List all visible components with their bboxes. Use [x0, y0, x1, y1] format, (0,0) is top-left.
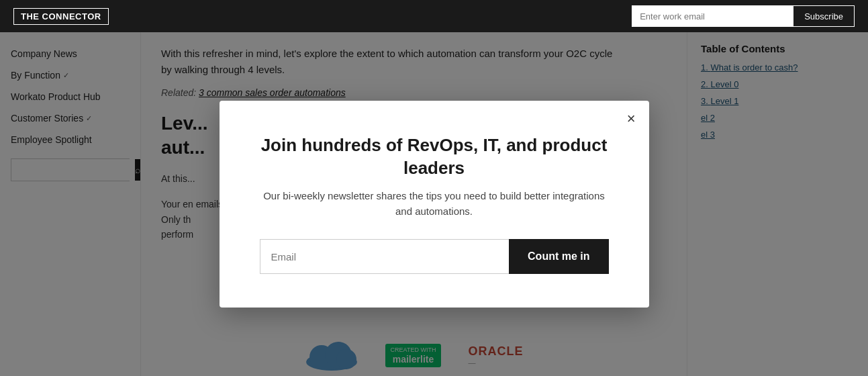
modal-dialog: × Join hundreds of RevOps, IT, and produ…: [220, 101, 649, 308]
header: THE CONNECTOR Subscribe: [0, 0, 868, 32]
modal-overlay: × Join hundreds of RevOps, IT, and produ…: [0, 32, 868, 376]
modal-form: Count me in: [260, 239, 609, 274]
modal-email-input[interactable]: [260, 239, 510, 274]
modal-submit-button[interactable]: Count me in: [509, 239, 608, 274]
modal-title: Join hundreds of RevOps, IT, and product…: [260, 134, 609, 180]
subscribe-button[interactable]: Subscribe: [793, 5, 855, 27]
modal-close-button[interactable]: ×: [627, 111, 636, 126]
site-logo[interactable]: THE CONNECTOR: [13, 8, 109, 25]
header-email-input[interactable]: [632, 5, 793, 27]
header-right: Subscribe: [632, 5, 855, 27]
modal-subtitle: Our bi-weekly newsletter shares the tips…: [260, 189, 609, 219]
